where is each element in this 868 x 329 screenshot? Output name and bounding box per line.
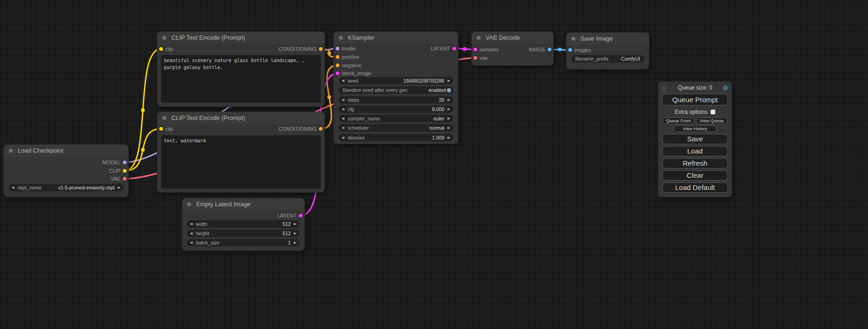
decrement-arrow-icon[interactable]: ◀ (12, 184, 14, 191)
input-slot-samples[interactable] (473, 48, 477, 51)
output-label-image: IMAGE (529, 45, 545, 54)
load-button[interactable]: Load (662, 146, 728, 156)
decrement-arrow-icon[interactable]: ◀ (342, 96, 344, 104)
control-menu-panel: Queue size: 0 ⚙ Queue Prompt Extra optio… (658, 82, 732, 197)
widget-value: euler (433, 116, 444, 121)
node-header[interactable]: CLIP Text Encode (Prompt) (157, 112, 325, 124)
input-label-positive: positive (342, 53, 359, 61)
output-slot-latent[interactable] (299, 214, 303, 217)
view-history-button[interactable]: View History (674, 126, 717, 132)
input-slot-model[interactable] (336, 47, 339, 50)
output-label-conditioning: CONDITIONING (279, 45, 317, 53)
node-header[interactable]: Load Checkpoint (4, 145, 128, 157)
widget-cfg[interactable]: ◀ cfg 8.000 ▶ (339, 105, 453, 113)
increment-arrow-icon[interactable]: ▶ (294, 230, 296, 237)
view-queue-button[interactable]: View Queue (696, 118, 728, 124)
node-ksampler[interactable]: KSampler model LATENT positive negative … (334, 32, 458, 144)
prompt-textarea[interactable]: beautiful scenery nature glass bottle la… (161, 55, 321, 103)
node-title-label: Empty Latent Image (196, 201, 250, 208)
increment-arrow-icon[interactable]: ▶ (448, 96, 450, 104)
input-slot-positive[interactable] (336, 55, 339, 59)
input-slot-clip[interactable] (159, 127, 163, 131)
output-slot-image[interactable] (548, 48, 551, 51)
collapse-dot-icon[interactable] (571, 36, 576, 41)
extra-options-label: Extra options (675, 109, 707, 115)
increment-arrow-icon[interactable]: ▶ (448, 124, 450, 132)
node-header[interactable]: KSampler (334, 32, 458, 44)
decrement-arrow-icon[interactable]: ◀ (342, 124, 344, 132)
output-slot-conditioning[interactable] (319, 47, 323, 51)
save-button[interactable]: Save (662, 134, 728, 144)
collapse-dot-icon[interactable] (162, 35, 167, 40)
widget-label: sampler_name (347, 116, 380, 121)
increment-arrow-icon[interactable]: ▶ (294, 239, 296, 246)
widget-width[interactable]: ◀ width 512 ▶ (187, 220, 300, 228)
node-clip-text-encode-negative[interactable]: CLIP Text Encode (Prompt) clip CONDITION… (157, 112, 325, 192)
queue-front-button[interactable]: Queue Front (663, 118, 694, 124)
node-header[interactable]: Empty Latent Image (182, 198, 304, 210)
node-header[interactable]: VAE Decode (472, 32, 553, 44)
widget-label: Random seed after every gen (343, 87, 407, 93)
drag-handle-icon[interactable] (663, 86, 663, 87)
toggle-indicator-icon[interactable] (447, 88, 451, 92)
widget-scheduler[interactable]: ◀ scheduler normal ▶ (339, 124, 453, 132)
widget-seed[interactable]: ◀ seed 156680208700286 ▶ (339, 77, 453, 84)
output-slot-latent[interactable] (452, 47, 456, 50)
widget-random-seed-toggle[interactable]: Random seed after every gen enabled (339, 86, 453, 94)
input-label-images: images (574, 46, 591, 54)
increment-arrow-icon[interactable]: ▶ (448, 115, 450, 122)
widget-batch-size[interactable]: ◀ batch_size 1 ▶ (187, 239, 300, 246)
wire-midpoint-dot (141, 108, 145, 112)
decrement-arrow-icon[interactable]: ◀ (342, 115, 344, 122)
widget-denoise[interactable]: ◀ denoise 1.000 ▶ (339, 134, 453, 141)
node-header[interactable]: CLIP Text Encode (Prompt) (157, 32, 325, 44)
load-default-button[interactable]: Load Default (662, 182, 728, 193)
node-vae-decode[interactable]: VAE Decode samples IMAGE vae (472, 32, 553, 65)
input-slot-images[interactable] (568, 48, 572, 52)
refresh-button[interactable]: Refresh (662, 158, 728, 168)
widget-height[interactable]: ◀ height 512 ▶ (187, 230, 300, 237)
widget-ckpt-name[interactable]: ◀ ckpt_name v1-5-pruned-emaonly.ckpt ▶ (8, 184, 124, 191)
queue-prompt-button[interactable]: Queue Prompt (662, 94, 728, 105)
input-slot-latent-image[interactable] (336, 71, 339, 75)
collapse-dot-icon[interactable] (339, 35, 343, 40)
decrement-arrow-icon[interactable]: ◀ (190, 220, 192, 228)
input-slot-negative[interactable] (336, 63, 339, 67)
input-slot-vae[interactable] (473, 56, 477, 60)
widget-filename-prefix[interactable]: filename_prefix ComfyUI (571, 55, 644, 63)
widget-label: filename_prefix (575, 56, 608, 62)
widget-sampler-name[interactable]: ◀ sampler_name euler ▶ (339, 115, 453, 122)
output-slot-conditioning[interactable] (319, 127, 323, 131)
decrement-arrow-icon[interactable]: ◀ (190, 230, 192, 237)
node-header[interactable]: Save Image (566, 33, 649, 45)
collapse-dot-icon[interactable] (476, 35, 481, 40)
node-clip-text-encode-positive[interactable]: CLIP Text Encode (Prompt) clip CONDITION… (157, 32, 325, 106)
decrement-arrow-icon[interactable]: ◀ (342, 77, 344, 84)
increment-arrow-icon[interactable]: ▶ (448, 105, 450, 113)
settings-gear-icon[interactable]: ⚙ (722, 83, 728, 93)
decrement-arrow-icon[interactable]: ◀ (190, 239, 192, 246)
increment-arrow-icon[interactable]: ▶ (448, 77, 450, 84)
input-slot-clip[interactable] (159, 47, 163, 51)
extra-options-checkbox[interactable] (711, 110, 715, 114)
node-load-checkpoint[interactable]: Load Checkpoint MODEL CLIP VAE ◀ ckpt_na… (4, 145, 128, 197)
increment-arrow-icon[interactable]: ▶ (118, 184, 120, 191)
increment-arrow-icon[interactable]: ▶ (448, 134, 450, 141)
decrement-arrow-icon[interactable]: ◀ (342, 105, 344, 113)
increment-arrow-icon[interactable]: ▶ (294, 220, 296, 228)
node-save-image[interactable]: Save Image images filename_prefix ComfyU… (566, 33, 649, 69)
decrement-arrow-icon[interactable]: ◀ (342, 134, 344, 141)
clear-button[interactable]: Clear (662, 170, 728, 181)
node-title-label: KSampler (348, 34, 374, 41)
prompt-textarea[interactable]: text, watermark (161, 135, 321, 189)
output-slot-clip[interactable] (123, 169, 127, 173)
graph-canvas[interactable]: Load Checkpoint MODEL CLIP VAE ◀ ckpt_na… (0, 0, 868, 329)
widget-steps[interactable]: ◀ steps 20 ▶ (339, 96, 453, 104)
collapse-dot-icon[interactable] (187, 202, 191, 207)
output-slot-vae[interactable] (123, 177, 127, 181)
collapse-dot-icon[interactable] (8, 148, 13, 153)
widget-value: 8.000 (432, 106, 444, 112)
collapse-dot-icon[interactable] (162, 116, 167, 120)
node-empty-latent-image[interactable]: Empty Latent Image LATENT ◀ width 512 ▶ … (182, 198, 304, 251)
output-slot-model[interactable] (123, 161, 127, 164)
